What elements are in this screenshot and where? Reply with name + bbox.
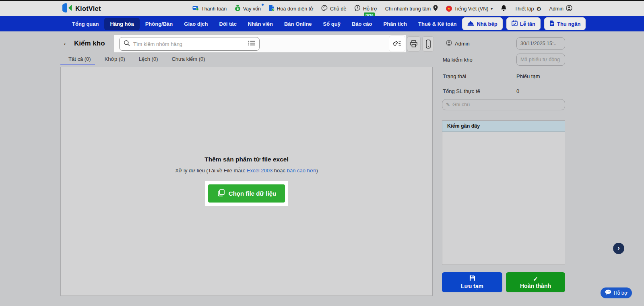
nav-item-ban-online[interactable]: Bán Online [279, 18, 318, 30]
nav-item-phong-ban[interactable]: Phòng/Bàn [140, 18, 179, 30]
datetime-field[interactable] [516, 37, 565, 50]
notifications-button[interactable] [501, 5, 507, 13]
nav-item-so-quy[interactable]: Sổ quỹ [318, 18, 346, 30]
category-list-icon[interactable] [248, 40, 255, 48]
user-menu[interactable]: Admin [549, 5, 572, 12]
bell-icon [501, 5, 507, 13]
language-label: Tiếng Việt (VN) [454, 6, 489, 12]
gear-icon: ⚙ [536, 6, 541, 12]
topbar-item-einvoice[interactable]: Hoá đơn điện tử [269, 5, 314, 12]
topbar-item-theme[interactable]: Chủ đề [321, 5, 346, 12]
payment-icon [192, 6, 199, 12]
brand[interactable]: KiotViet [62, 1, 101, 16]
topbar: KiotViet Thanh toán Vay vốn Hoá [0, 1, 644, 16]
reception-label: Lễ tân [520, 21, 535, 27]
kitchen-button[interactable]: Nhà bếp [462, 17, 502, 30]
tab-tat-ca[interactable]: Tất cả (0) [68, 56, 91, 65]
code-field[interactable] [516, 54, 565, 66]
settings-button[interactable]: Thiết lập ⚙ [514, 6, 541, 12]
loan-icon [235, 5, 241, 12]
support-chat-button[interactable]: Hỗ trợ [601, 287, 632, 298]
save-draft-label: Lưu tạm [461, 283, 483, 289]
e-invoice-icon [269, 5, 275, 12]
choose-file-button[interactable]: Chọn file dữ liệu [208, 184, 285, 203]
topbar-item-label: Hoá đơn điện tử [277, 6, 314, 12]
support-icon [354, 5, 361, 12]
chevron-down-icon: ▾ [491, 6, 493, 11]
reception-icon [512, 20, 518, 27]
back-button[interactable]: ← [62, 38, 70, 48]
language-selector[interactable]: ★ Tiếng Việt (VN) ▾ [446, 6, 493, 12]
search-box[interactable] [119, 37, 260, 51]
recent-checks-panel: Kiểm gần đây [442, 120, 565, 265]
user-circle-icon [446, 40, 452, 47]
chat-bubble-icon [605, 289, 611, 296]
note-input[interactable] [452, 102, 561, 108]
desc-text: hoặc [272, 167, 287, 174]
excel-2003-link[interactable]: Excel 2003 [247, 167, 272, 174]
result-tabs: Tất cả (0) Khớp (0) Lệch (0) Chưa kiểm (… [60, 56, 205, 67]
choose-file-spotlight: Chọn file dữ liệu [205, 181, 288, 206]
nav-item-doi-tac[interactable]: Đối tác [214, 18, 242, 30]
kiotviet-app: KiotViet Thanh toán Vay vốn Hoá [0, 0, 644, 306]
topbar-item-support[interactable]: Hỗ trợ Beta [354, 5, 377, 12]
tab-khop[interactable]: Khớp (0) [105, 56, 125, 65]
topbar-item-label: Hỗ trợ [363, 6, 377, 12]
nav-item-hang-hoa[interactable]: Hàng hóa [104, 18, 139, 30]
newer-version-link[interactable]: bản cao hơn [287, 167, 316, 174]
location-icon [433, 5, 438, 12]
note-field[interactable]: ✎ [442, 99, 565, 110]
flag-star: ★ [448, 7, 450, 10]
topbar-item-loan[interactable]: Vay vốn [235, 5, 261, 12]
topbar-item-payment[interactable]: Thanh toán [192, 6, 227, 12]
search-icon [124, 40, 130, 48]
barcode-scanner-button[interactable] [389, 36, 405, 52]
notification-dot [262, 4, 264, 6]
total-qty-value: 0 [516, 88, 519, 94]
print-button[interactable] [407, 36, 421, 52]
pencil-icon: ✎ [446, 102, 450, 108]
datetime-input[interactable] [520, 41, 561, 46]
excel-import-description: Xử lý dữ liệu (Tải về File mẫu: Excel 20… [60, 167, 433, 174]
tab-chua-kiem[interactable]: Chưa kiểm (0) [171, 56, 205, 65]
page-title: Kiểm kho [74, 39, 105, 48]
nav-item-nhan-vien[interactable]: Nhân viên [242, 18, 279, 30]
code-input[interactable] [520, 57, 561, 62]
topbar-item-branch[interactable]: Chi nhánh trung tâm [385, 5, 438, 12]
topbar-item-label: Chi nhánh trung tâm [385, 6, 431, 12]
cashier-icon [549, 20, 555, 27]
floppy-icon [469, 275, 475, 282]
search-input[interactable] [133, 41, 245, 47]
complete-button[interactable]: ✓ Hoàn thành [506, 272, 565, 292]
expand-panel-button[interactable]: › [613, 243, 624, 254]
user-label: Admin [549, 6, 564, 12]
desc-text: Xử lý dữ liệu (Tải về File mẫu: [175, 167, 247, 174]
sidebar-user: Admin [446, 40, 470, 47]
vietnam-flag-icon: ★ [446, 6, 452, 12]
nav-item-thue-ke-toan[interactable]: Thuế & Kế toán [413, 18, 462, 30]
mobile-device-button[interactable] [422, 36, 434, 52]
theme-icon [321, 5, 328, 12]
topbar-item-label: Chủ đề [330, 6, 346, 12]
sidebar-user-label: Admin [455, 41, 470, 47]
nav-mode-buttons: Nhà bếp Lễ tân Thu ngân [462, 17, 586, 30]
status-label: Trạng thái [443, 73, 466, 79]
nav-item-giao-dich[interactable]: Giao dịch [178, 18, 213, 30]
cashier-button[interactable]: Thu ngân [544, 17, 586, 30]
nav-item-tong-quan[interactable]: Tổng quan [66, 18, 104, 30]
tab-lech[interactable]: Lệch (0) [139, 56, 158, 65]
nav-item-bao-cao[interactable]: Báo cáo [346, 18, 378, 30]
nav-item-phan-tich[interactable]: Phân tích [378, 18, 413, 30]
kiotviet-logo-icon [62, 3, 72, 14]
choose-file-area: Chọn file dữ liệu [60, 181, 433, 206]
topbar-item-label: Thanh toán [201, 6, 227, 12]
complete-label: Hoàn thành [520, 283, 551, 289]
cashier-label: Thu ngân [557, 21, 581, 27]
desc-text: ) [316, 167, 318, 174]
reception-button[interactable]: Lễ tân [506, 17, 541, 30]
barcode-scanner-icon [392, 40, 402, 48]
chevron-right-icon: › [617, 244, 620, 252]
save-draft-button[interactable]: Lưu tạm [442, 272, 502, 292]
copy-file-icon [217, 189, 225, 198]
kitchen-label: Nhà bếp [477, 21, 497, 27]
